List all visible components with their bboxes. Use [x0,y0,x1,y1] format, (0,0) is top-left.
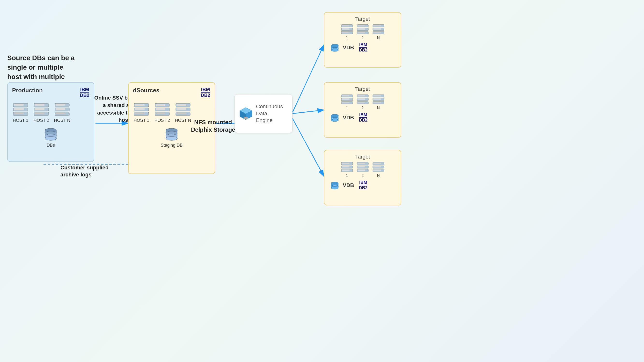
svg-rect-90 [342,32,349,32]
svg-rect-26 [35,113,44,113]
target-2-ibm: IBM [359,113,367,118]
svg-rect-84 [342,25,349,25]
production-ibm-db2: IBM DB2 [80,87,90,98]
target-2-host-2: 2 [356,94,370,110]
svg-rect-157 [358,163,365,163]
staging-db-label: Staging DB [160,143,182,148]
cde-box: ContinuousDataEngine [234,94,292,133]
svg-rect-148 [342,163,349,163]
production-host-1-label: HOST 1 [13,118,28,123]
svg-rect-85 [342,26,349,26]
production-host-2-label: HOST 2 [34,118,49,123]
svg-rect-35 [56,113,65,113]
svg-rect-88 [342,29,349,29]
server-icon-t3-1 [340,162,354,173]
svg-rect-160 [358,166,365,166]
svg-rect-15 [14,109,24,110]
svg-rect-105 [373,28,381,29]
target-2-host-2-label: 2 [362,106,364,110]
svg-rect-14 [14,108,24,109]
svg-point-146 [331,119,338,122]
dsources-host-1: HOST 1 [133,103,150,123]
dsources-host-n-label: HOST N [175,118,191,123]
target-2-hosts-row: 1 2 [328,94,398,110]
svg-rect-151 [342,166,349,166]
target-3-label: Target [328,154,398,160]
svg-rect-173 [373,170,381,171]
svg-rect-149 [342,163,349,164]
svg-rect-48 [135,108,144,109]
target-3-vdb-row: VDB IBM DB2 [328,180,398,190]
svg-line-7 [292,118,324,176]
svg-point-77 [166,137,178,140]
svg-rect-70 [176,114,186,114]
server-icon-t3-2 [356,162,370,173]
dsources-label: dSources [133,87,159,94]
production-host-n-label: HOST N [54,118,70,123]
svg-rect-172 [373,169,381,170]
svg-rect-100 [358,33,365,33]
svg-rect-24 [35,109,44,110]
target-3-vdb-label: VDB [343,182,354,188]
dbs-icon [42,127,59,141]
svg-rect-158 [358,163,365,164]
svg-rect-103 [373,26,381,26]
target-2-db2: DB2 [359,118,368,123]
svg-rect-119 [342,98,349,99]
svg-rect-125 [358,95,365,95]
svg-rect-117 [342,96,349,96]
svg-rect-94 [358,26,365,26]
target-1-host-1: 1 [340,24,354,40]
server-icon-t1-1 [340,24,354,35]
svg-rect-36 [56,114,65,114]
target-3-host-n: N [372,162,385,178]
dsources-host-1-label: HOST 1 [134,118,150,123]
archive-label: Customer supplied archive logs [60,164,108,178]
production-box: Production IBM DB2 [7,82,94,162]
svg-rect-163 [358,169,365,170]
target-1-vdb-label: VDB [343,44,354,51]
svg-rect-63 [176,104,186,105]
svg-rect-116 [342,95,349,95]
server-icon-t1-2 [356,24,370,35]
svg-rect-161 [358,167,365,167]
target-3-db2: DB2 [359,185,368,190]
svg-rect-141 [373,103,381,103]
svg-rect-32 [56,108,65,109]
dsources-host-2: HOST 2 [154,103,171,123]
dsources-ibm: IBM [201,87,210,92]
svg-rect-106 [373,29,381,29]
server-icon-t2-2 [356,94,370,105]
svg-rect-134 [373,95,381,95]
svg-rect-45 [135,104,144,105]
target-box-1: Target 1 [324,12,401,68]
svg-rect-135 [373,96,381,96]
svg-rect-60 [156,113,165,113]
target-1-vdb-row: VDB IBM DB2 [328,42,398,53]
svg-rect-82 [244,117,248,119]
server-icon-t1-n [372,24,385,35]
target-2-vdb-row: VDB IBM DB2 [328,113,398,123]
target-2-label: Target [328,86,398,92]
target-3-host-2-label: 2 [362,174,364,178]
svg-rect-132 [358,103,365,103]
dsources-host-2-label: HOST 2 [154,118,170,123]
server-icon-t3-n [372,162,385,173]
svg-rect-129 [358,99,365,100]
svg-rect-170 [373,167,381,167]
svg-rect-33 [56,109,65,110]
svg-point-114 [331,49,338,51]
svg-rect-102 [373,25,381,25]
svg-rect-67 [176,109,186,110]
target-3-host-1-label: 1 [346,174,348,178]
dsources-ibm-db2: IBM DB2 [201,87,210,98]
server-icon-prod-2 [33,103,50,116]
server-icon-ds-n [174,103,192,116]
svg-rect-49 [135,109,144,110]
target-1-ibm: IBM [359,42,367,48]
dsources-host-n: HOST N [174,103,192,123]
svg-rect-120 [342,99,349,100]
svg-rect-46 [135,105,144,106]
svg-rect-122 [342,102,349,102]
svg-point-43 [45,137,56,140]
